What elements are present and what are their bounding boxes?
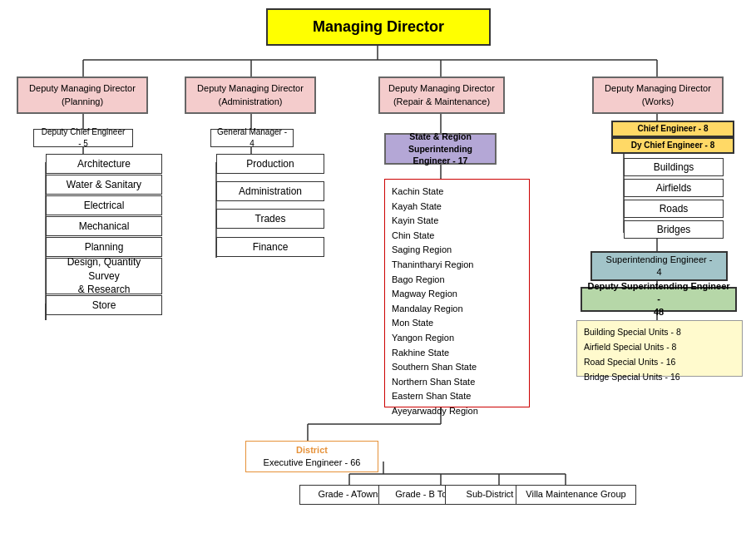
gm-4-box: General Manager - 4: [210, 129, 294, 147]
ee-label: Executive Engineer - 66: [264, 457, 361, 469]
production-box: Production: [216, 154, 324, 174]
managing-director-box: Managing Director: [266, 8, 491, 46]
ddmd-repair-box: Deputy Managing Director (Repair & Maint…: [378, 77, 505, 114]
roads-box: Roads: [624, 200, 724, 218]
state-region-box: State & Region Superintending Engineer -…: [384, 133, 497, 165]
buildings-box: Buildings: [624, 158, 724, 176]
water-box: Water & Sanitary: [46, 175, 162, 195]
dce-5-box: Deputy Chief Engineer - 5: [33, 129, 133, 147]
villa-box: Villa Maintenance Group: [516, 485, 636, 505]
planning-item-box: Planning: [46, 237, 162, 257]
airfields-box: Airfields: [624, 179, 724, 197]
finance-box: Finance: [216, 237, 324, 257]
arch-box: Architecture: [46, 154, 162, 174]
se-4-box: Superintending Engineer - 4: [590, 251, 728, 281]
dse-48-box: Deputy Superintending Engineer - 48: [581, 287, 737, 312]
states-list-box: Kachin State Kayah State Kayin State Chi…: [384, 179, 530, 407]
administration-item-box: Administration: [216, 181, 324, 201]
district-ee-box: District Executive Engineer - 66: [245, 441, 378, 472]
ce-8-box: Chief Engineer - 8: [611, 121, 734, 137]
trades-box: Trades: [216, 209, 324, 229]
bridges-box: Bridges: [624, 220, 724, 239]
ddmd-admin-box: Deputy Managing Director (Administration…: [185, 77, 316, 114]
ddmd-planning-box: Deputy Managing Director (Planning): [17, 77, 148, 114]
org-chart: Managing Director Deputy Managing Direct…: [0, 0, 756, 17]
ddmd-works-box: Deputy Managing Director (Works): [592, 77, 724, 114]
mechanical-box: Mechanical: [46, 216, 162, 236]
district-label: District: [296, 444, 328, 457]
special-units-box: Building Special Units - 8 Airfield Spec…: [576, 320, 743, 377]
dce-8-box: Dy Chief Engineer - 8: [611, 137, 734, 154]
design-box: Design, Quantity Survey & Research: [46, 258, 162, 294]
store-box: Store: [46, 295, 162, 315]
electrical-box: Electrical: [46, 195, 162, 215]
